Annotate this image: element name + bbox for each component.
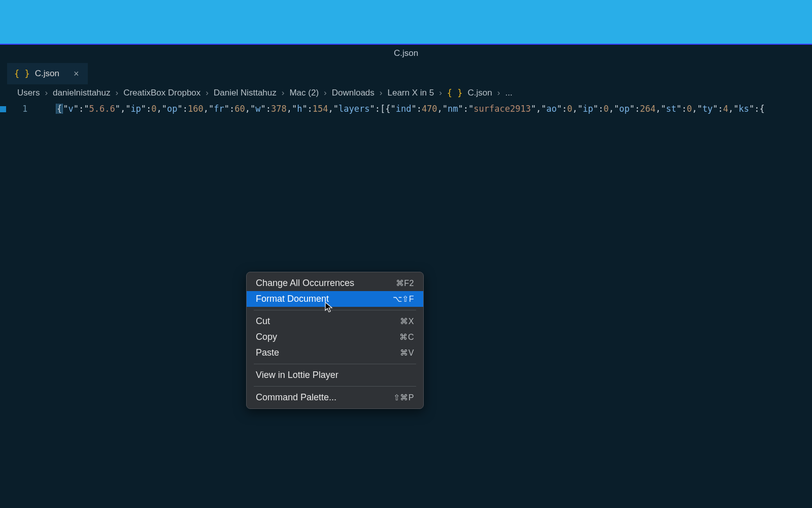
code-token: ":": [458, 104, 474, 114]
code-line[interactable]: {"v":"5.6.6","ip":0,"op":160,"fr":60,"w"…: [56, 104, 812, 114]
menu-item[interactable]: Cut⌘X: [247, 313, 423, 329]
code-token: 470: [422, 104, 437, 114]
code-token: ":: [557, 104, 567, 114]
tab-filename: C.json: [35, 69, 59, 79]
breadcrumb[interactable]: Users›danielnisttahuz›CreatixBox Dropbox…: [0, 85, 812, 101]
code-token: 0: [567, 104, 572, 114]
json-braces-icon: { }: [447, 88, 463, 98]
chevron-right-icon: ›: [439, 88, 442, 98]
menu-item-label: View in Lottie Player: [256, 370, 339, 380]
code-token: st: [666, 104, 676, 114]
code-token: ip: [130, 104, 141, 114]
breadcrumb-segment[interactable]: Daniel Nisttahuz: [214, 88, 277, 98]
menu-item[interactable]: Paste⌘V: [247, 345, 423, 361]
breadcrumb-file[interactable]: C.json: [468, 88, 492, 98]
chevron-right-icon: ›: [45, 88, 48, 98]
code-token: ":: [713, 104, 723, 114]
menu-item-shortcut: ⌘V: [400, 348, 414, 358]
code-token: op: [167, 104, 177, 114]
code-token: ind: [396, 104, 412, 114]
chevron-right-icon: ›: [282, 88, 285, 98]
code-token: 60: [234, 104, 245, 114]
tab-row: { } C.json ×: [0, 63, 812, 84]
code-token: ,": [656, 104, 666, 114]
menu-item[interactable]: Copy⌘C: [247, 329, 423, 345]
code-token: 0: [687, 104, 692, 114]
code-token: ":: [141, 104, 151, 114]
code-token: ":": [74, 104, 89, 114]
code-token: ":: [676, 104, 687, 114]
code-token: {: [56, 104, 63, 114]
code-token: ":: [302, 104, 312, 114]
code-token: surface2913: [473, 104, 531, 114]
code-token: ": [63, 104, 68, 114]
menu-item-shortcut: ⇧⌘P: [393, 393, 414, 402]
menu-item-label: Change All Occurrences: [256, 278, 354, 289]
breadcrumb-ellipsis[interactable]: ...: [505, 88, 512, 98]
menu-item[interactable]: Change All Occurrences⌘F2: [247, 275, 423, 291]
code-token: ":: [629, 104, 639, 114]
code-token: ,": [572, 104, 583, 114]
window-title: C.json: [394, 48, 418, 58]
code-token: layers: [339, 104, 369, 114]
chevron-right-icon: ›: [380, 88, 383, 98]
chevron-right-icon: ›: [497, 88, 500, 98]
menu-separator: [254, 386, 416, 387]
code-token: 264: [640, 104, 656, 114]
code-token: ",": [531, 104, 547, 114]
code-token: ":: [260, 104, 270, 114]
code-token: 0: [151, 104, 156, 114]
code-token: ty: [702, 104, 713, 114]
breadcrumb-segment[interactable]: CreatixBox Dropbox: [123, 88, 200, 98]
breadcrumb-segment[interactable]: Mac (2): [289, 88, 319, 98]
menu-item-label: Paste: [256, 347, 279, 358]
code-token: op: [619, 104, 629, 114]
breadcrumb-segment[interactable]: Downloads: [332, 88, 375, 98]
overview-ruler-marker: [0, 106, 6, 112]
code-token: ":: [411, 104, 421, 114]
code-token: ,": [245, 104, 255, 114]
context-menu[interactable]: Change All Occurrences⌘F2Format Document…: [246, 272, 424, 409]
top-accent-band: [0, 0, 812, 44]
code-token: ":: [178, 104, 188, 114]
chevron-right-icon: ›: [324, 88, 327, 98]
menu-separator: [254, 364, 416, 364]
code-token: 5.6.6: [89, 104, 115, 114]
code-token: ,": [437, 104, 448, 114]
menu-item[interactable]: Command Palette...⇧⌘P: [247, 390, 423, 405]
editor-area[interactable]: 1 {"v":"5.6.6","ip":0,"op":160,"fr":60,"…: [0, 101, 812, 121]
code-token: ":: [593, 104, 603, 114]
menu-item-shortcut: ⌘F2: [396, 278, 414, 288]
code-token: ,": [328, 104, 339, 114]
code-token: nm: [448, 104, 458, 114]
code-token: ,": [728, 104, 738, 114]
breadcrumb-segment[interactable]: danielnisttahuz: [53, 88, 110, 98]
code-token: ,": [287, 104, 297, 114]
line-number: 1: [22, 104, 27, 114]
code-token: ",": [115, 104, 131, 114]
menu-item-label: Format Document: [256, 294, 329, 304]
title-bar: C.json: [0, 44, 812, 62]
menu-item-label: Copy: [256, 332, 277, 342]
code-token: ,": [157, 104, 167, 114]
breadcrumb-segment[interactable]: Users: [17, 88, 40, 98]
code-token: 160: [188, 104, 204, 114]
code-token: fr: [214, 104, 224, 114]
menu-item-label: Command Palette...: [256, 392, 336, 403]
menu-item-shortcut: ⌘C: [399, 332, 414, 342]
chevron-right-icon: ›: [206, 88, 209, 98]
breadcrumb-segment[interactable]: Learn X in 5: [388, 88, 434, 98]
menu-item-shortcut: ⌘X: [400, 316, 414, 326]
editor-tab[interactable]: { } C.json ×: [7, 63, 88, 84]
json-braces-icon: { }: [14, 69, 30, 79]
close-tab-icon[interactable]: ×: [74, 69, 79, 79]
code-token: 0: [603, 104, 608, 114]
code-token: ":[{": [369, 104, 395, 114]
code-token: ":{: [749, 104, 765, 114]
code-token: h: [297, 104, 302, 114]
menu-item[interactable]: Format Document⌥⇧F: [247, 291, 423, 307]
code-token: ks: [739, 104, 749, 114]
code-token: v: [69, 104, 74, 114]
menu-separator: [254, 310, 416, 310]
menu-item[interactable]: View in Lottie Player: [247, 367, 423, 383]
